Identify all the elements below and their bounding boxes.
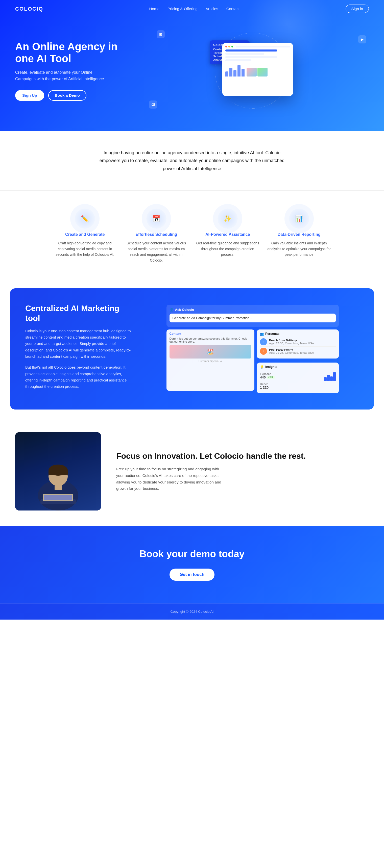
mock-images-area bbox=[245, 68, 290, 76]
chart-icon: 📊 bbox=[295, 215, 303, 222]
mock-row-2 bbox=[225, 53, 264, 55]
hero-content: An Online Agency in one AI Tool Create, … bbox=[15, 41, 137, 101]
pencil-icon: ✏️ bbox=[81, 215, 89, 222]
feature-ai-desc: Get real-time guidance and suggestions t… bbox=[196, 240, 260, 257]
bar-3 bbox=[233, 70, 236, 76]
person-illustration bbox=[15, 432, 101, 510]
chart-bar-4 bbox=[333, 372, 336, 381]
logo-text: COLOCIQ bbox=[15, 6, 43, 12]
dot-yellow bbox=[228, 46, 230, 48]
feature-reporting: 📊 Data-Driven Reporting Gain valuable in… bbox=[267, 209, 331, 263]
centralized-desc-1: Colocio is your one-stop content managem… bbox=[25, 328, 131, 360]
footer: Copyright © 2024 Colocio AI bbox=[0, 603, 384, 620]
hero-section: An Online Agency in one AI Tool Create, … bbox=[0, 0, 384, 131]
nav-link-articles[interactable]: Articles bbox=[206, 6, 218, 11]
ask-colocio-card: 👤 Ask Colocio Generate an Ad Campaign fo… bbox=[167, 305, 339, 327]
svg-rect-3 bbox=[49, 470, 68, 475]
persona-1-info: Beach from Brittany Age: 27-35, Columbus… bbox=[269, 339, 314, 345]
mock-image-thumb-2 bbox=[258, 68, 268, 76]
focus-section: Focus on Innovation. Let Colocio handle … bbox=[0, 417, 384, 526]
calendar-icon: 📅 bbox=[152, 215, 160, 222]
feature-scheduling-title: Effortless Scheduling bbox=[136, 232, 177, 237]
mock-row-1 bbox=[225, 50, 277, 52]
focus-desc: Free up your time to focus on strategizi… bbox=[116, 466, 222, 492]
feature-reporting-title: Data-Driven Reporting bbox=[278, 232, 321, 237]
chart-bar-1 bbox=[324, 377, 327, 381]
centralized-content: Centralized AI Marketing tool Colocio is… bbox=[25, 304, 131, 394]
bar-2 bbox=[229, 68, 232, 76]
mock-row-3 bbox=[225, 56, 277, 58]
nav-link-contact[interactable]: Contact bbox=[226, 6, 239, 11]
persona-2-name: Pool Party Penny bbox=[269, 348, 314, 351]
svg-rect-4 bbox=[55, 485, 62, 490]
content-card: Content Don't miss out on our amazing sp… bbox=[167, 330, 255, 391]
mock-url-bar bbox=[236, 46, 290, 48]
personas-card: 👥 Personas B Beach from Brittany Age: 27… bbox=[257, 330, 339, 359]
focus-content: Focus on Innovation. Let Colocio handle … bbox=[116, 451, 369, 492]
focus-image bbox=[15, 432, 101, 510]
exposed-badge: +9% bbox=[267, 376, 275, 379]
chart-bar-3 bbox=[330, 376, 333, 381]
nav-link-pricing[interactable]: Pricing & Offering bbox=[168, 6, 198, 11]
persona-2-avatar: P bbox=[260, 348, 267, 355]
book-demo-button[interactable]: Book a Demo bbox=[48, 90, 86, 101]
feature-create-title: Create and Generate bbox=[65, 232, 105, 237]
mock-dashboard-screen bbox=[222, 43, 293, 96]
centralized-title: Centralized AI Marketing tool bbox=[25, 304, 131, 323]
focus-title: Focus on Innovation. Let Colocio handle … bbox=[116, 451, 369, 461]
insights-card: 💡 Insights Exposed 440 +9% bbox=[257, 363, 339, 393]
exposed-value: 440 bbox=[260, 375, 266, 379]
persona-2-detail: Age: 21-28, Columbus, Texas USA bbox=[269, 351, 314, 354]
feature-reporting-desc: Gain valuable insights and in-depth anal… bbox=[267, 240, 331, 257]
centralized-section: Centralized AI Marketing tool Colocio is… bbox=[10, 288, 374, 409]
signup-button[interactable]: Sign Up bbox=[15, 90, 44, 101]
cta-title: Book your demo today bbox=[15, 548, 369, 559]
personas-icon: 👥 bbox=[260, 332, 264, 336]
nav-links: Home Pricing & Offering Articles Contact bbox=[149, 6, 239, 11]
dot-red bbox=[225, 46, 227, 48]
persona-2-info: Pool Party Penny Age: 21-28, Columbus, T… bbox=[269, 348, 314, 354]
persona-2: P Pool Party Penny Age: 21-28, Columbus,… bbox=[260, 347, 336, 356]
features-section: ✏️ Create and Generate Craft high-conver… bbox=[0, 191, 384, 281]
nav-link-home[interactable]: Home bbox=[149, 6, 160, 11]
deco-icon-2: 🖼 bbox=[149, 100, 157, 108]
cta-section: Book your demo today Get in touch bbox=[0, 526, 384, 603]
sparkle-icon: ✨ bbox=[224, 215, 232, 222]
bar-4 bbox=[237, 65, 240, 76]
hero-visual: ⊞ 🖼 ▶ Colocio recommends Content Targeti… bbox=[137, 28, 369, 114]
reach-value: 1 220 bbox=[260, 385, 269, 389]
exposed-label: Exposed bbox=[260, 372, 275, 375]
insight-reach-row: Reach 1 220 bbox=[260, 382, 336, 389]
footer-copyright: Copyright © 2024 Colocio AI bbox=[15, 610, 369, 614]
get-in-touch-button[interactable]: Get in touch bbox=[170, 568, 214, 581]
mock-screen-header bbox=[225, 46, 290, 48]
hero-mock-ui: Colocio recommends Content Targeting Sch… bbox=[212, 35, 293, 106]
hero-title: An Online Agency in one AI Tool bbox=[15, 41, 137, 65]
mock-chart bbox=[225, 64, 290, 76]
right-cards: 👥 Personas B Beach from Brittany Age: 27… bbox=[257, 330, 339, 393]
persona-1-detail: Age: 27-35, Columbus, Texas USA bbox=[269, 342, 314, 345]
signin-button[interactable]: Sign in bbox=[346, 4, 369, 13]
intro-text: Imagine having an entire online agency c… bbox=[93, 149, 291, 173]
feature-create-icon-wrap: ✏️ bbox=[75, 209, 95, 229]
svg-rect-7 bbox=[44, 495, 72, 500]
logo: COLOCIQ bbox=[15, 6, 43, 12]
ask-colocio-icon: 👤 bbox=[170, 308, 174, 312]
dot-green bbox=[231, 46, 233, 48]
feature-ai-title: AI-Powered Assistance bbox=[205, 232, 250, 237]
deco-icon-1: ⊞ bbox=[157, 30, 165, 38]
content-personas-row: Content Don't miss out on our amazing sp… bbox=[167, 330, 339, 393]
insights-label: 💡 Insights bbox=[260, 365, 336, 369]
insights-icon: 💡 bbox=[260, 365, 264, 369]
deco-icon-3: ▶ bbox=[358, 35, 366, 43]
intro-section: Imagine having an entire online agency c… bbox=[0, 131, 384, 191]
reach-label: Reach bbox=[260, 382, 269, 385]
content-email-preview: Don't miss out on our amazing specials t… bbox=[170, 337, 252, 343]
feature-ai-icon-wrap: ✨ bbox=[217, 209, 238, 229]
personas-label: 👥 Personas bbox=[260, 332, 336, 336]
centralized-mock-ui: 👤 Ask Colocio Generate an Ad Campaign fo… bbox=[167, 305, 339, 393]
bar-1 bbox=[225, 71, 228, 76]
feature-scheduling-desc: Schedule your content across various soc… bbox=[124, 240, 188, 263]
person-svg bbox=[20, 437, 96, 510]
ask-colocio-label: 👤 Ask Colocio bbox=[170, 308, 336, 312]
